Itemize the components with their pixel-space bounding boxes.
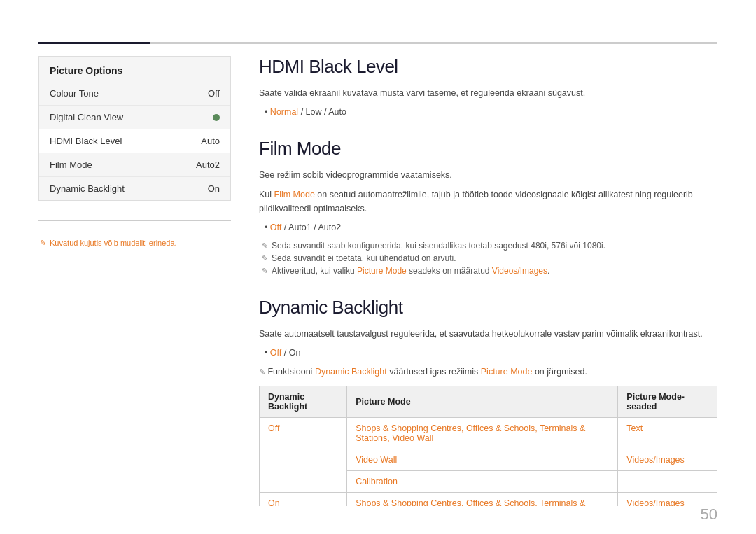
- section-dynamic: Dynamic Backlight Saate automaatselt tau…: [259, 297, 718, 506]
- film-option-off: Off: [270, 223, 281, 232]
- film-note-3: ✎ Aktiveeritud, kui valiku Picture Mode …: [262, 265, 718, 277]
- film-note-1-text: Seda suvandit saab konfigureerida, kui s…: [272, 241, 606, 251]
- film-note-2-text: Seda suvandit ei toetata, kui ühendatud …: [272, 253, 456, 263]
- film-desc2: Kui Film Mode on seatud automaatrežiimil…: [259, 188, 718, 216]
- film-title: Film Mode: [259, 138, 718, 160]
- sidebar-item-hdmi-black-level[interactable]: HDMI Black Level Auto: [39, 129, 230, 153]
- film-note-2: ✎ Seda suvandit ei toetata, kui ühendatu…: [262, 252, 718, 265]
- table-cell-mode-on: Shops & Shopping Centres, Offices & Scho…: [347, 493, 618, 507]
- dynamic-note: ✎ Funktsiooni Dynamic Backlight väärtuse…: [259, 365, 718, 379]
- sidebar-label-digital-clean-view: Digital Clean View: [50, 112, 123, 122]
- table-row-on: On Shops & Shopping Centres, Offices & S…: [260, 493, 718, 507]
- sidebar-label-dynamic-backlight: Dynamic Backlight: [50, 183, 125, 194]
- pencil-icon-3: ✎: [262, 267, 268, 276]
- sidebar-value-dynamic-backlight: On: [208, 183, 220, 194]
- sidebar-note: ✎ Kuvatud kujutis võib mudeliti erineda.: [38, 239, 231, 248]
- pencil-icon-2: ✎: [262, 254, 268, 263]
- sidebar-item-dynamic-backlight[interactable]: Dynamic Backlight On: [39, 177, 230, 200]
- table-cell-mode-3: Calibration: [347, 471, 618, 493]
- sidebar-item-digital-clean-view[interactable]: Digital Clean View: [39, 106, 230, 129]
- hdmi-desc: Saate valida ekraanil kuvatava musta vär…: [259, 86, 718, 100]
- sidebar-value-hdmi-black-level: Auto: [201, 136, 220, 146]
- sidebar-note-area: ✎ Kuvatud kujutis võib mudeliti erineda.: [38, 220, 231, 248]
- hdmi-title: HDMI Black Level: [259, 56, 718, 78]
- sidebar-item-film-mode[interactable]: Film Mode Auto2: [39, 153, 230, 177]
- main-content: HDMI Black Level Saate valida ekraanil k…: [259, 56, 718, 506]
- sidebar-item-colour-tone[interactable]: Colour Tone Off: [39, 82, 230, 106]
- hdmi-option-item: Normal / Low / Auto: [265, 106, 718, 118]
- sidebar-value-film-mode: Auto2: [196, 160, 220, 170]
- dynamic-desc: Saate automaatselt taustavalgust regulee…: [259, 327, 718, 341]
- table-cell-on: On: [260, 493, 347, 507]
- section-film: Film Mode See režiim sobib videoprogramm…: [259, 138, 718, 277]
- film-notes: ✎ Seda suvandit saab konfigureerida, kui…: [262, 239, 718, 277]
- table-cell-off: Off: [260, 418, 347, 493]
- dynamic-option-on: / On: [284, 348, 301, 358]
- pencil-icon-dynamic: ✎: [259, 367, 265, 376]
- sidebar-label-colour-tone: Colour Tone: [50, 88, 99, 99]
- table-cell-seaded-1: Text: [618, 418, 718, 449]
- page-number: 50: [701, 505, 718, 524]
- film-note-1: ✎ Seda suvandit saab konfigureerida, kui…: [262, 239, 718, 252]
- dynamic-options-list: Off / On: [265, 346, 718, 359]
- film-desc1: See režiim sobib videoprogrammide vaatam…: [259, 168, 718, 182]
- sidebar-label-hdmi-black-level: HDMI Black Level: [50, 136, 122, 146]
- table-cell-seaded-2: Videos/Images: [618, 449, 718, 471]
- sidebar-note-text: Kuvatud kujutis võib mudeliti erineda.: [50, 239, 177, 247]
- dynamic-table: Dynamic Backlight Picture Mode Picture M…: [259, 386, 718, 506]
- table-header-backlight: Dynamic Backlight: [260, 386, 347, 418]
- section-hdmi: HDMI Black Level Saate valida ekraanil k…: [259, 56, 718, 118]
- film-option-rest: / Auto1 / Auto2: [284, 223, 341, 232]
- top-bar-accent: [38, 42, 150, 44]
- film-option-item: Off / Auto1 / Auto2: [265, 221, 718, 234]
- sidebar: Picture Options Colour Tone Off Digital …: [38, 56, 231, 201]
- table-cell-seaded-on: Videos/Images: [618, 493, 718, 507]
- film-options-list: Off / Auto1 / Auto2: [265, 221, 718, 234]
- table-header-mode: Picture Mode: [347, 386, 618, 418]
- dynamic-option-off: Off: [270, 348, 281, 358]
- sidebar-label-film-mode: Film Mode: [50, 160, 92, 170]
- top-bar: [38, 42, 718, 44]
- film-mode-link: Film Mode: [274, 190, 315, 199]
- table-cell-mode-1: Shops & Shopping Centres, Offices & Scho…: [347, 418, 618, 449]
- table-header-seaded: Picture Mode-seaded: [618, 386, 718, 418]
- dynamic-title: Dynamic Backlight: [259, 297, 718, 318]
- sidebar-dot-digital-clean-view: [213, 114, 220, 121]
- table-cell-seaded-3: –: [618, 471, 718, 493]
- hdmi-option-normal: Normal: [270, 107, 298, 117]
- table-cell-mode-2: Video Wall: [347, 449, 618, 471]
- hdmi-options-list: Normal / Low / Auto: [265, 106, 718, 118]
- table-row-off: Off Shops & Shopping Centres, Offices & …: [260, 418, 718, 449]
- pencil-icon-1: ✎: [262, 241, 268, 251]
- sidebar-value-colour-tone: Off: [208, 88, 220, 99]
- film-note-3-text: Aktiveeritud, kui valiku Picture Mode se…: [272, 266, 550, 276]
- hdmi-option-rest: / Low / Auto: [301, 107, 346, 117]
- pencil-icon: ✎: [40, 239, 46, 248]
- sidebar-title: Picture Options: [39, 57, 230, 82]
- dynamic-option-item: Off / On: [265, 346, 718, 359]
